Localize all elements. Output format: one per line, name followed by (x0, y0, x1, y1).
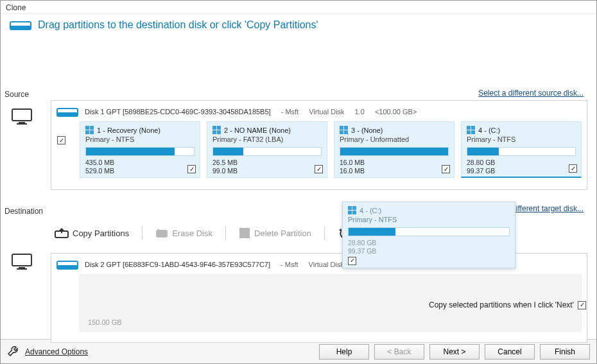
wrench-icon (7, 345, 20, 358)
window-title: Clone (1, 1, 596, 14)
advanced-options-link[interactable]: Advanced Options (25, 347, 88, 356)
erase-disk-button: Erase Disk (153, 226, 215, 240)
partition-sub: Primary - Unformatted (340, 135, 449, 143)
partition-sub: Primary - FAT32 (LBA) (212, 135, 322, 143)
svg-rect-2 (12, 109, 31, 121)
dragged-partition-checkbox[interactable] (348, 257, 356, 265)
partition-usage-bar (467, 147, 576, 156)
source-disk-header: Disk 1 GPT [5898BE25-CDC0-469C-9393-3045… (51, 101, 587, 121)
erase-disk-label: Erase Disk (172, 229, 212, 238)
delete-partition-button: Delete Partition (236, 226, 314, 240)
copy-selected-checkbox[interactable] (578, 301, 586, 309)
dragged-partition-used: 28.80 GB (348, 239, 376, 247)
windows-icon (467, 126, 475, 134)
source-disk-version: 1.0 (355, 108, 365, 116)
source-disk-capacity: <100.00 GB> (375, 108, 417, 116)
partition-usage-bar (212, 147, 322, 156)
partition-usage-bar (340, 147, 449, 156)
partition-title: 1 - Recovery (None) (97, 126, 160, 134)
windows-icon (348, 206, 356, 214)
select-source-link[interactable]: Select a different source disk... (478, 89, 584, 98)
windows-icon (212, 126, 221, 134)
partition-checkbox[interactable] (187, 165, 196, 173)
copy-partitions-button[interactable]: Copy Partitions (52, 226, 132, 240)
partition-title: 3 - (None) (351, 126, 383, 134)
banner: Drag partitions to the destination disk … (1, 14, 596, 36)
partition-checkbox[interactable] (569, 164, 577, 173)
dragged-partition-title: 4 - (C:) (359, 207, 381, 214)
copy-selected-row: Copy selected partitions when I click 'N… (429, 300, 586, 309)
destination-disk-name: Disk 2 GPT [6E883FC9-1ABD-4543-9F46-357E… (85, 261, 270, 268)
svg-rect-1 (10, 26, 31, 30)
source-disk-type: Virtual Disk (309, 108, 344, 116)
separator (324, 226, 325, 240)
destination-disk-vendor: Msft (285, 261, 298, 268)
help-button[interactable]: Help (319, 344, 369, 360)
dragged-partition-sub: Primary - NTFS (348, 216, 510, 223)
partition-total: 99.37 GB (467, 167, 495, 175)
delete-partition-icon (239, 227, 250, 239)
partition-4[interactable]: 4 - (C:)Primary - NTFS28.80 GB99.37 GB (461, 121, 582, 178)
content-area: Source Select a different source disk...… (1, 36, 596, 339)
source-label: Source (4, 90, 29, 99)
drive-icon (56, 105, 78, 119)
partition-checkbox[interactable] (442, 165, 450, 173)
drive-icon (56, 257, 78, 272)
partition-2[interactable]: 2 - NO NAME (None)Primary - FAT32 (LBA)2… (207, 121, 327, 178)
svg-rect-15 (17, 268, 27, 270)
partition-total: 16.0 MB (340, 167, 365, 175)
separator (142, 226, 143, 240)
partition-used: 26.5 MB (212, 159, 238, 166)
svg-rect-4 (17, 123, 27, 125)
svg-rect-13 (12, 254, 31, 266)
partition-title: 4 - (C:) (478, 126, 500, 134)
drive-icon (10, 18, 31, 32)
next-button[interactable]: Next > (429, 344, 480, 360)
monitor-icon (11, 108, 33, 126)
copy-partitions-icon (55, 227, 69, 239)
destination-disk-type: Virtual Disk (309, 261, 344, 268)
dragged-partition-total: 99.37 GB (348, 247, 376, 255)
dragged-partition[interactable]: 4 - (C:) Primary - NTFS 28.80 GB99.37 GB (342, 202, 515, 268)
source-disk-panel: Disk 1 GPT [5898BE25-CDC0-469C-9393-3045… (51, 100, 587, 190)
windows-icon (85, 126, 94, 134)
svg-rect-6 (57, 112, 78, 116)
source-partitions: 1 - Recovery (None)Primary - NTFS435.0 M… (51, 121, 587, 183)
partition-sub: Primary - NTFS (85, 135, 195, 143)
finish-button[interactable]: Finish (540, 344, 590, 360)
windows-icon (340, 126, 348, 134)
copy-partitions-label: Copy Partitions (73, 229, 129, 238)
partition-used: 28.80 GB (467, 159, 495, 166)
partition-usage-bar (85, 147, 195, 156)
erase-disk-icon (155, 227, 168, 239)
separator (225, 226, 226, 240)
back-button: < Back (374, 344, 424, 360)
delete-partition-label: Delete Partition (254, 229, 311, 238)
clone-window: Clone Drag partitions to the destination… (0, 0, 597, 364)
partition-sub: Primary - NTFS (467, 135, 576, 143)
partition-total: 99.0 MB (212, 167, 238, 175)
destination-free-label: 150.00 GB (88, 318, 122, 326)
source-disk-name: Disk 1 GPT [5898BE25-CDC0-469C-9393-3045… (85, 108, 271, 116)
partition-title: 2 - NO NAME (None) (224, 126, 291, 134)
svg-rect-17 (57, 265, 78, 269)
svg-rect-14 (19, 267, 25, 268)
partition-checkbox[interactable] (315, 165, 323, 173)
partition-1[interactable]: 1 - Recovery (None)Primary - NTFS435.0 M… (80, 121, 200, 178)
partition-used: 16.0 MB (340, 159, 365, 166)
source-disk-checkbox[interactable] (57, 136, 65, 144)
monitor-icon (11, 253, 33, 271)
svg-rect-3 (19, 122, 25, 123)
dragged-partition-bar (348, 227, 510, 236)
cancel-button[interactable]: Cancel (485, 344, 535, 360)
source-disk-vendor: Msft (285, 108, 298, 116)
partition-used: 435.0 MB (85, 159, 114, 166)
banner-text: Drag partitions to the destination disk … (38, 19, 318, 31)
destination-label: Destination (4, 207, 43, 216)
partition-total: 529.0 MB (85, 167, 114, 175)
partition-3[interactable]: 3 - (None)Primary - Unformatted16.0 MB16… (334, 121, 454, 178)
copy-selected-label: Copy selected partitions when I click 'N… (429, 300, 574, 309)
destination-toolbar: Copy Partitions Erase Disk Delete Partit… (52, 226, 377, 240)
